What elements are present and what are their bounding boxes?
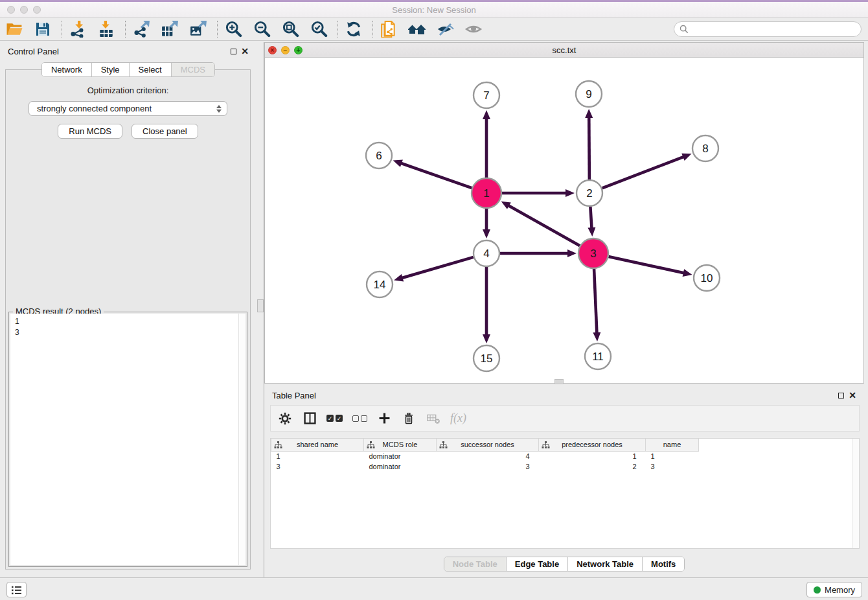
tab-mcds[interactable]: MCDS — [172, 63, 214, 76]
table-header-row: shared name MCDS role successor nodes pr… — [271, 439, 699, 451]
table-cell: 3 — [271, 461, 364, 472]
zoom-fit-icon[interactable] — [279, 19, 301, 39]
network-window-titlebar[interactable]: × − + scc.txt — [265, 43, 863, 58]
table-scrollbar[interactable] — [852, 439, 859, 548]
delete-table-icon — [426, 410, 441, 428]
network-document-icon[interactable] — [378, 19, 400, 39]
network-canvas[interactable]: 7968124314101511 — [265, 58, 863, 383]
table-panel: Table Panel ✕ ✓✓ f(x) — [264, 386, 864, 577]
graph-node-2[interactable]: 2 — [577, 180, 602, 206]
graph-node-14[interactable]: 14 — [367, 271, 393, 297]
tab-motifs[interactable]: Motifs — [643, 557, 684, 571]
gear-icon[interactable] — [277, 410, 293, 428]
eye-hidden-icon[interactable] — [435, 19, 457, 39]
network-graph[interactable]: 7968124314101511 — [265, 58, 863, 383]
open-folder-icon[interactable] — [3, 19, 25, 39]
float-table-panel-icon[interactable] — [838, 393, 844, 398]
toolbar-separator — [62, 21, 62, 38]
result-scrollbar[interactable] — [238, 314, 246, 565]
graph-node-8[interactable]: 8 — [692, 135, 718, 161]
toolbar-separator — [217, 21, 218, 38]
close-table-panel-icon[interactable]: ✕ — [849, 393, 856, 398]
svg-text:8: 8 — [702, 143, 708, 155]
export-network-icon[interactable] — [130, 19, 152, 39]
refresh-layout-icon[interactable] — [343, 19, 365, 39]
graph-node-6[interactable]: 6 — [366, 143, 392, 168]
float-panel-icon[interactable] — [231, 49, 236, 54]
graph-node-11[interactable]: 11 — [585, 343, 611, 369]
table-panel-title: Table Panel — [272, 391, 316, 400]
search-input[interactable] — [692, 24, 856, 34]
select-all-icon[interactable]: ✓✓ — [326, 410, 343, 428]
export-table-icon[interactable] — [159, 19, 181, 39]
graph-edge-4-3[interactable] — [500, 249, 577, 257]
column-header-mcds-role[interactable]: MCDS role — [364, 439, 437, 451]
search-icon — [680, 25, 689, 34]
tab-select[interactable]: Select — [130, 63, 172, 76]
table-row[interactable]: 3dominator323 — [271, 461, 699, 472]
graph-edge-1-2[interactable] — [502, 189, 575, 197]
search-box[interactable] — [674, 21, 862, 37]
memory-button[interactable]: Memory — [806, 582, 862, 597]
table-cell: 2 — [539, 461, 646, 472]
column-header-successor-nodes[interactable]: successor nodes — [437, 439, 539, 451]
column-view-icon[interactable] — [302, 410, 317, 428]
graph-node-10[interactable]: 10 — [694, 265, 720, 291]
export-image-icon[interactable] — [187, 19, 209, 39]
save-icon[interactable] — [32, 19, 54, 39]
deselect-all-icon[interactable] — [352, 410, 367, 428]
criterion-dropdown[interactable]: strongly connected component — [29, 101, 227, 116]
table-tabs: Node Table Edge Table Network Table Moti… — [444, 557, 685, 571]
tab-network[interactable]: Network — [42, 63, 92, 76]
node-table[interactable]: shared name MCDS role successor nodes pr… — [270, 438, 860, 549]
graph-node-15[interactable]: 15 — [474, 345, 499, 371]
import-network-icon[interactable] — [67, 19, 89, 39]
eye-icon[interactable] — [463, 19, 485, 39]
graph-edge-2-9[interactable] — [585, 109, 593, 179]
graph-edge-2-3[interactable] — [588, 207, 595, 237]
graph-edge-2-8[interactable] — [602, 154, 692, 189]
table-toolbar: ✓✓ f(x) — [270, 405, 860, 432]
task-history-button[interactable] — [6, 582, 27, 597]
close-panel-icon[interactable]: ✕ — [241, 49, 249, 54]
vertical-divider-handle[interactable] — [257, 299, 264, 312]
tab-edge-table[interactable]: Edge Table — [507, 557, 568, 571]
zoom-out-icon[interactable] — [251, 19, 273, 39]
graph-node-4[interactable]: 4 — [474, 240, 499, 266]
graph-node-3[interactable]: 3 — [578, 238, 608, 268]
graph-edge-1-6[interactable] — [393, 160, 472, 189]
tab-network-table[interactable]: Network Table — [568, 557, 643, 571]
import-table-icon[interactable] — [95, 19, 117, 39]
column-header-shared-name[interactable]: shared name — [271, 439, 364, 451]
tab-node-table[interactable]: Node Table — [444, 557, 507, 571]
graph-edge-3-10[interactable] — [608, 257, 692, 277]
column-header-predecessor-nodes[interactable]: predecessor nodes — [539, 439, 646, 451]
node-table-body: 1dominator4113dominator323 — [271, 451, 699, 472]
run-mcds-button[interactable]: Run MCDS — [58, 124, 122, 139]
table-cell: dominator — [364, 451, 437, 461]
mcds-result-list[interactable]: 13 — [10, 314, 246, 565]
delete-icon[interactable] — [401, 410, 417, 428]
zoom-in-icon[interactable] — [222, 19, 244, 39]
network-view-window: × − + scc.txt 7968124314101511 — [264, 42, 864, 384]
app-title: Session: New Session — [0, 5, 868, 15]
graph-edge-3-1[interactable] — [501, 202, 580, 246]
table-row[interactable]: 1dominator411 — [271, 451, 699, 461]
graph-edge-3-11[interactable] — [593, 269, 600, 341]
graph-edge-4-14[interactable] — [394, 257, 474, 282]
houses-icon[interactable] — [406, 19, 428, 39]
criterion-value: strongly connected component — [37, 104, 152, 113]
graph-edge-1-4[interactable] — [483, 209, 490, 238]
tab-style[interactable]: Style — [92, 63, 130, 76]
zoom-selected-icon[interactable] — [308, 19, 330, 39]
horizontal-divider-handle[interactable] — [554, 379, 564, 384]
graph-edge-4-15[interactable] — [483, 267, 490, 343]
toolbar-separator — [372, 21, 373, 38]
graph-node-9[interactable]: 9 — [576, 81, 602, 107]
column-header-name[interactable]: name — [646, 439, 699, 451]
graph-node-7[interactable]: 7 — [474, 82, 499, 108]
graph-node-1[interactable]: 1 — [472, 178, 501, 208]
graph-edge-1-7[interactable] — [483, 110, 490, 178]
close-panel-button[interactable]: Close panel — [131, 124, 198, 139]
add-column-icon[interactable] — [376, 410, 392, 428]
